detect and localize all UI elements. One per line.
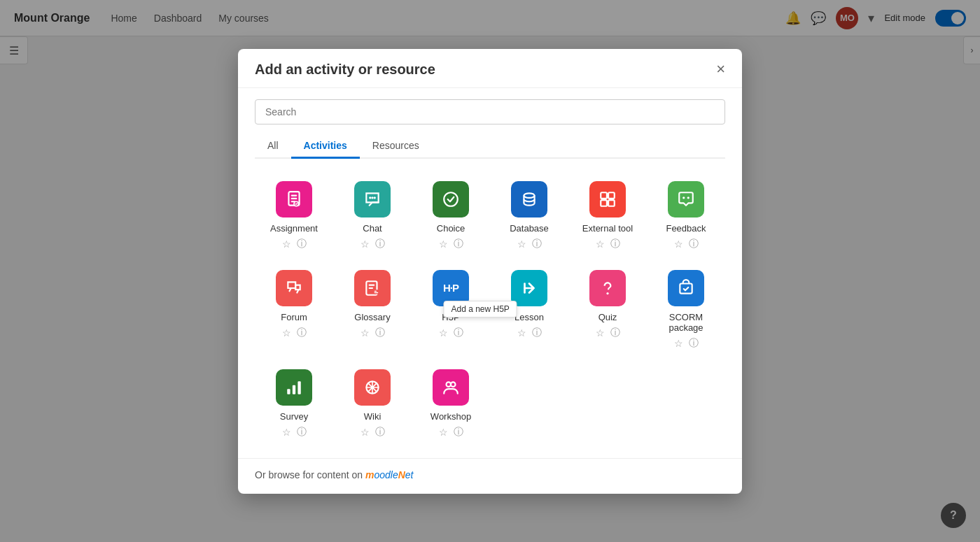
choice-star[interactable]: ☆: [439, 238, 448, 250]
svg-rect-17: [293, 385, 295, 394]
lesson-info[interactable]: ⓘ: [532, 327, 542, 339]
activity-item-scorm[interactable]: SCORM package ☆ ⓘ: [647, 259, 725, 358]
activity-item-database[interactable]: Database ☆ ⓘ: [490, 170, 568, 259]
assignment-info[interactable]: ⓘ: [297, 238, 307, 250]
svg-point-4: [374, 197, 376, 199]
database-icon: [511, 181, 547, 217]
svg-rect-13: [374, 290, 379, 294]
assignment-label: Assignment: [270, 223, 318, 234]
activity-item-h5p[interactable]: H·P H5P ☆ ⓘ Add a new H5P: [412, 259, 490, 358]
survey-star[interactable]: ☆: [282, 427, 291, 438]
workshop-actions: ☆ ⓘ: [439, 426, 463, 438]
activity-item-external-tool[interactable]: External tool ☆ ⓘ: [568, 170, 647, 259]
svg-point-10: [682, 197, 685, 199]
lesson-star[interactable]: ☆: [517, 327, 526, 338]
lesson-actions: ☆ ⓘ: [517, 327, 542, 339]
workshop-icon: [433, 369, 469, 406]
assignment-star[interactable]: ☆: [282, 238, 291, 250]
workshop-star[interactable]: ☆: [439, 427, 448, 438]
activity-item-forum[interactable]: Forum ☆ ⓘ: [255, 259, 333, 358]
choice-label: Choice: [437, 223, 465, 234]
tab-activities[interactable]: Activities: [291, 134, 360, 159]
assignment-actions: ☆ ⓘ: [282, 238, 307, 250]
activity-item-feedback[interactable]: Feedback ☆ ⓘ: [647, 170, 725, 259]
h5p-info[interactable]: ⓘ: [454, 327, 463, 339]
scorm-info[interactable]: ⓘ: [689, 337, 699, 350]
survey-info[interactable]: ⓘ: [297, 426, 307, 438]
choice-info[interactable]: ⓘ: [454, 238, 463, 250]
svg-point-14: [606, 292, 608, 294]
activity-item-workshop[interactable]: Workshop ☆ ⓘ: [412, 358, 490, 447]
external-tool-star[interactable]: ☆: [596, 238, 605, 250]
modal-close-button[interactable]: ×: [716, 62, 725, 77]
feedback-info[interactable]: ⓘ: [689, 238, 699, 250]
wiki-actions: ☆ ⓘ: [360, 426, 385, 438]
glossary-icon: [354, 270, 391, 306]
wiki-star[interactable]: ☆: [360, 427, 370, 438]
feedback-star[interactable]: ☆: [674, 238, 683, 250]
svg-rect-8: [601, 200, 607, 206]
database-star[interactable]: ☆: [517, 238, 526, 250]
glossary-star[interactable]: ☆: [360, 327, 370, 338]
tab-bar: All Activities Resources: [255, 134, 725, 159]
survey-icon: [276, 369, 312, 406]
external-tool-info[interactable]: ⓘ: [610, 238, 620, 250]
svg-rect-18: [298, 381, 300, 394]
activity-item-lesson[interactable]: Lesson ☆ ⓘ: [490, 259, 568, 358]
scorm-label: SCORM package: [652, 312, 720, 333]
quiz-star[interactable]: ☆: [596, 327, 605, 338]
feedback-label: Feedback: [666, 223, 706, 234]
add-activity-modal: Add an activity or resource × All Activi…: [238, 49, 742, 494]
tab-all[interactable]: All: [255, 134, 291, 159]
scorm-actions: ☆ ⓘ: [674, 337, 699, 350]
activity-item-assignment[interactable]: Assignment ☆ ⓘ: [255, 170, 333, 259]
activity-item-quiz[interactable]: Quiz ☆ ⓘ: [568, 259, 647, 358]
workshop-label: Workshop: [430, 411, 471, 422]
activity-item-choice[interactable]: Choice ☆ ⓘ: [412, 170, 490, 259]
modal-body: All Activities Resources Assignment ☆: [238, 88, 742, 458]
scorm-icon: [668, 270, 704, 306]
database-actions: ☆ ⓘ: [517, 238, 542, 250]
workshop-info[interactable]: ⓘ: [454, 426, 463, 438]
chat-star[interactable]: ☆: [360, 238, 370, 250]
svg-rect-6: [601, 192, 607, 199]
svg-rect-9: [608, 200, 615, 206]
database-info[interactable]: ⓘ: [532, 238, 542, 250]
wiki-info[interactable]: ⓘ: [375, 426, 385, 438]
activity-item-glossary[interactable]: Glossary ☆ ⓘ: [333, 259, 412, 358]
activity-item-wiki[interactable]: Wiki ☆ ⓘ: [333, 358, 412, 447]
h5p-star[interactable]: ☆: [439, 327, 448, 338]
quiz-icon: [589, 270, 626, 306]
assignment-icon: [276, 181, 312, 217]
moodlenet-link[interactable]: moodleNet: [365, 469, 414, 480]
scorm-star[interactable]: ☆: [674, 338, 683, 349]
activity-grid: Assignment ☆ ⓘ Chat: [255, 170, 725, 447]
modal-header: Add an activity or resource ×: [238, 49, 742, 88]
h5p-label: H5P: [442, 312, 459, 322]
h5p-icon: H·P: [433, 270, 469, 306]
search-input[interactable]: [255, 99, 725, 124]
svg-point-2: [369, 197, 371, 199]
svg-point-21: [451, 382, 456, 387]
survey-label: Survey: [280, 411, 308, 422]
lesson-icon: [511, 270, 547, 306]
glossary-actions: ☆ ⓘ: [360, 327, 385, 339]
quiz-actions: ☆ ⓘ: [596, 327, 620, 339]
quiz-info[interactable]: ⓘ: [610, 327, 620, 339]
forum-star[interactable]: ☆: [282, 327, 291, 338]
database-label: Database: [510, 223, 549, 234]
glossary-info[interactable]: ⓘ: [375, 327, 385, 339]
moodlenet-link-text: Or browse for content on moodleNet: [255, 469, 414, 480]
activity-item-chat[interactable]: Chat ☆ ⓘ: [333, 170, 412, 259]
activity-item-survey[interactable]: Survey ☆ ⓘ: [255, 358, 333, 447]
tab-resources[interactable]: Resources: [360, 134, 432, 159]
svg-point-3: [371, 197, 373, 199]
chat-info[interactable]: ⓘ: [375, 238, 385, 250]
glossary-label: Glossary: [354, 312, 390, 322]
external-tool-actions: ☆ ⓘ: [596, 238, 620, 250]
survey-actions: ☆ ⓘ: [282, 426, 307, 438]
wiki-label: Wiki: [364, 411, 382, 422]
wiki-icon: [354, 369, 391, 406]
svg-rect-15: [680, 283, 692, 293]
forum-info[interactable]: ⓘ: [297, 327, 307, 339]
